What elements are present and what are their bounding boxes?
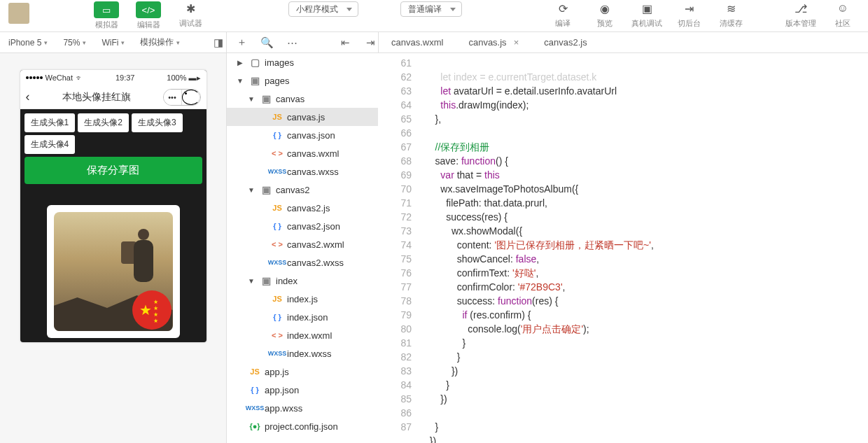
device-select[interactable]: iPhone 5▾ bbox=[1, 32, 55, 53]
folder-icon: ▢ bbox=[245, 57, 265, 68]
tab-canvas-js[interactable]: canvas.js× bbox=[456, 32, 531, 52]
js-icon: JS bbox=[267, 113, 287, 121]
save-share-button[interactable]: 保存分享图 bbox=[24, 157, 202, 184]
code-content[interactable]: let index = e.currentTarget.dataset.k le… bbox=[419, 53, 868, 443]
config-icon: {●} bbox=[245, 422, 265, 430]
gen-avatar-3[interactable]: 生成头像3 bbox=[132, 113, 183, 132]
simulator-label: 模拟器 bbox=[95, 20, 118, 30]
file-canvas2-js[interactable]: JScanvas2.js bbox=[227, 199, 378, 217]
battery-icon: ▬▸ bbox=[189, 73, 201, 83]
file-canvas-wxml[interactable]: < >canvas.wxml bbox=[227, 144, 378, 162]
canvas-json-label: canvas.json bbox=[287, 130, 335, 141]
wxss-icon: WXSS bbox=[267, 259, 287, 266]
canvas2-wxml-label: canvas2.wxml bbox=[287, 239, 344, 250]
file-app-json[interactable]: { }app.json bbox=[227, 381, 378, 399]
bg-icon: ⇥ bbox=[678, 0, 699, 17]
clear-cache-button[interactable]: ≋ 清缓存 bbox=[710, 0, 752, 32]
preview-label: 预览 bbox=[597, 18, 612, 29]
file-index-js[interactable]: JSindex.js bbox=[227, 290, 378, 308]
file-project-config[interactable]: {●}project.config.json bbox=[227, 417, 378, 435]
zoom-select[interactable]: 75%▾ bbox=[56, 32, 93, 53]
new-file-icon[interactable]: ＋ bbox=[234, 35, 249, 50]
background-label: 切后台 bbox=[678, 18, 701, 29]
file-index-wxml[interactable]: < >index.wxml bbox=[227, 326, 378, 344]
folder-canvas[interactable]: ▼▣canvas bbox=[227, 90, 378, 108]
file-tree[interactable]: ▶▢images ▼▣pages ▼▣canvas JScanvas.js { … bbox=[226, 53, 378, 443]
simulator-button[interactable]: ▭ 模拟器 bbox=[85, 0, 127, 32]
folder-index[interactable]: ▼▣index bbox=[227, 272, 378, 290]
app-wxss-label: app.wxss bbox=[265, 403, 302, 414]
phone-icon: ▭ bbox=[94, 1, 119, 18]
file-canvas2-wxss[interactable]: WXSScanvas2.wxss bbox=[227, 253, 378, 272]
compile-button[interactable]: ⟳ 编译 bbox=[542, 0, 584, 32]
folder-images[interactable]: ▶▢images bbox=[227, 53, 378, 71]
background-button[interactable]: ⇥ 切后台 bbox=[668, 0, 710, 32]
file-canvas2-wxml[interactable]: < >canvas2.wxml bbox=[227, 235, 378, 253]
tab2-label: canvas.js bbox=[468, 37, 506, 48]
wxml-icon: < > bbox=[267, 331, 287, 339]
network-select[interactable]: WiFi▾ bbox=[94, 32, 132, 53]
version-icon: ⎇ bbox=[790, 0, 811, 17]
community-label: 社区 bbox=[835, 18, 850, 29]
mode-select[interactable]: 小程序模式 bbox=[288, 1, 358, 17]
canvas2-wxss-label: canvas2.wxss bbox=[287, 258, 344, 268]
indent-left-icon[interactable]: ⇤ bbox=[337, 35, 353, 50]
version-button[interactable]: ⎇ 版本管理 bbox=[780, 0, 822, 32]
tab-canvas-wxml[interactable]: canvas.wxml bbox=[379, 32, 456, 52]
simulate-value: 模拟操作 bbox=[140, 36, 174, 48]
debugger-button[interactable]: ✱ 调试器 bbox=[169, 0, 211, 32]
remote-debug-button[interactable]: ▣ 真机调试 bbox=[626, 0, 668, 32]
wifi-icon: ᯤ bbox=[76, 73, 83, 82]
file-canvas-wxss[interactable]: WXSScanvas.wxss bbox=[227, 162, 378, 181]
clear-cache-label: 清缓存 bbox=[720, 18, 743, 29]
gen-avatar-1[interactable]: 生成头像1 bbox=[24, 113, 76, 132]
index-wxml-label: index.wxml bbox=[287, 330, 332, 341]
file-app-wxss[interactable]: WXSSapp.wxss bbox=[227, 399, 378, 417]
code-icon: </> bbox=[136, 1, 161, 18]
close-icon[interactable]: × bbox=[514, 37, 519, 48]
index-js-label: index.js bbox=[287, 294, 318, 304]
file-index-wxss[interactable]: WXSSindex.wxss bbox=[227, 344, 378, 363]
line-gutter: 6162636465666768697071727374757677787980… bbox=[378, 53, 419, 443]
gen-avatar-2[interactable]: 生成头像2 bbox=[78, 113, 129, 132]
compile-select[interactable]: 普通编译 bbox=[400, 1, 462, 17]
canvas-wxss-label: canvas.wxss bbox=[287, 167, 339, 177]
editor-button[interactable]: </> 编辑器 bbox=[127, 0, 169, 32]
json-icon: { } bbox=[267, 313, 287, 321]
simulate-select[interactable]: 模拟操作▾ bbox=[133, 32, 187, 53]
wxml-icon: < > bbox=[267, 240, 287, 248]
preview-button[interactable]: ◉ 预览 bbox=[584, 0, 626, 32]
file-canvas-js[interactable]: JScanvas.js bbox=[227, 108, 378, 126]
dock-icon[interactable]: ◨ bbox=[211, 35, 226, 50]
capsule-button[interactable]: ••• bbox=[163, 89, 201, 106]
js-icon: JS bbox=[267, 295, 287, 303]
more-icon[interactable]: ⋯ bbox=[284, 35, 300, 50]
search-icon[interactable]: 🔍 bbox=[259, 35, 274, 50]
tab-canvas2-js[interactable]: canvas2.js bbox=[531, 32, 599, 52]
file-app-js[interactable]: JSapp.js bbox=[227, 363, 378, 381]
target-icon[interactable] bbox=[182, 90, 200, 105]
folder-open-icon: ▣ bbox=[256, 275, 276, 286]
community-button[interactable]: ☺ 社区 bbox=[822, 0, 864, 32]
pages-label: pages bbox=[265, 76, 289, 86]
file-canvas2-json[interactable]: { }canvas2.json bbox=[227, 217, 378, 235]
folder-open-icon: ▣ bbox=[256, 184, 276, 195]
menu-icon[interactable]: ••• bbox=[164, 90, 182, 105]
folder-canvas2[interactable]: ▼▣canvas2 bbox=[227, 181, 378, 199]
device-value: iPhone 5 bbox=[8, 38, 41, 48]
phone-navbar: ‹ 本地头像挂红旗 ••• bbox=[20, 85, 206, 109]
gen-avatar-4[interactable]: 生成头像4 bbox=[24, 135, 76, 154]
file-canvas-json[interactable]: { }canvas.json bbox=[227, 126, 378, 144]
back-icon[interactable]: ‹ bbox=[26, 90, 30, 104]
network-value: WiFi bbox=[102, 38, 118, 48]
tab3-label: canvas2.js bbox=[544, 37, 587, 48]
canvas-label: canvas bbox=[276, 94, 304, 104]
code-editor[interactable]: 6162636465666768697071727374757677787980… bbox=[378, 53, 868, 443]
compile-label: 编译 bbox=[555, 18, 570, 29]
file-index-json[interactable]: { }index.json bbox=[227, 308, 378, 326]
canvas2-json-label: canvas2.json bbox=[287, 221, 340, 232]
folder-pages[interactable]: ▼▣pages bbox=[227, 71, 378, 90]
indent-right-icon[interactable]: ⇥ bbox=[363, 35, 378, 50]
app-js-label: app.js bbox=[265, 367, 289, 377]
tab1-label: canvas.wxml bbox=[391, 37, 443, 48]
